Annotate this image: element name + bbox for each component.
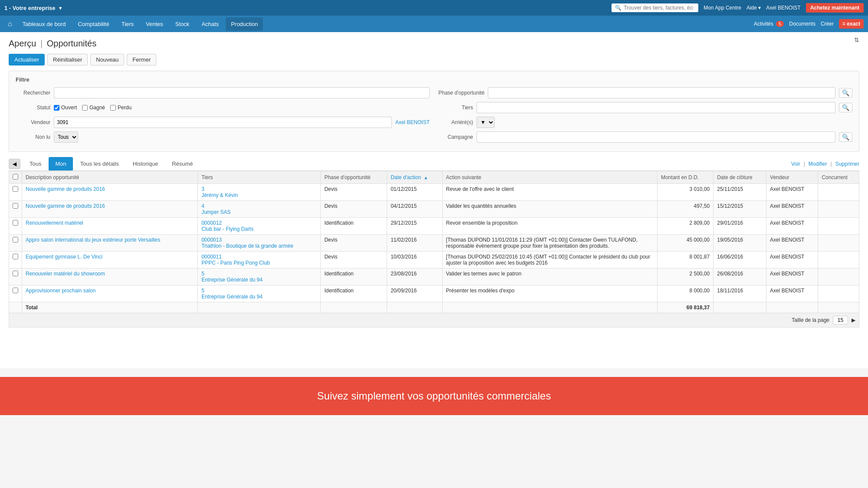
page-size-label: Taille de la page bbox=[792, 317, 829, 323]
tab-mon[interactable]: Mon bbox=[49, 157, 72, 170]
opportunities-table: Description opportunité Tiers Phase d'op… bbox=[9, 171, 859, 313]
reinitialiser-button[interactable]: Réinitialiser bbox=[47, 54, 88, 66]
aide-link[interactable]: Aide ▾ bbox=[746, 5, 761, 11]
nav-tableaux-de-bord[interactable]: Tableaux de bord bbox=[17, 17, 71, 31]
search-input[interactable] bbox=[624, 5, 693, 11]
statut-ouvert[interactable]: Ouvert bbox=[54, 105, 77, 111]
table-row: Approvisionner prochain salon 5 Entrepri… bbox=[9, 285, 859, 302]
voir-action[interactable]: Voir bbox=[791, 161, 800, 167]
vendeur-link[interactable]: Axel BENOIST bbox=[395, 119, 430, 125]
tiers-num-link[interactable]: 3 bbox=[201, 186, 204, 192]
col-date-action[interactable]: Date d'action ▲ bbox=[387, 171, 442, 184]
campagne-search-button[interactable]: 🔍 bbox=[839, 132, 852, 142]
activites-link[interactable]: Activités 5 bbox=[754, 21, 784, 27]
company-name[interactable]: 1 - Votre entreprise bbox=[4, 5, 56, 11]
vendeur-cell: Axel BENOIST bbox=[766, 201, 818, 218]
description-link[interactable]: Renouvellement matériel bbox=[26, 220, 83, 226]
mon-app-centre-link[interactable]: Mon App Centre bbox=[704, 5, 741, 11]
tab-resume[interactable]: Résumé bbox=[165, 157, 199, 170]
activites-badge: 5 bbox=[776, 21, 784, 27]
sort-options-icon[interactable]: ⇅ bbox=[854, 36, 859, 43]
select-all-checkbox[interactable] bbox=[13, 174, 18, 180]
rechercher-input[interactable] bbox=[54, 87, 430, 98]
vendeur-label: Vendeur bbox=[16, 119, 50, 125]
tab-collapse-button[interactable]: ◀ bbox=[9, 159, 20, 169]
documents-link[interactable]: Documents bbox=[789, 21, 815, 27]
arrieres-select[interactable]: ▼ bbox=[477, 117, 495, 128]
tiers-num-link[interactable]: 5 bbox=[201, 288, 204, 294]
search-box[interactable]: 🔍 bbox=[612, 3, 698, 12]
tiers-name-link[interactable]: Triathlon - Boutique de la grande armée bbox=[201, 243, 293, 249]
non-lu-label: Non lu bbox=[16, 134, 50, 140]
phase-cell: Devis bbox=[321, 252, 387, 269]
row-checkbox[interactable] bbox=[13, 220, 18, 226]
next-page-icon[interactable]: ▶ bbox=[852, 317, 855, 323]
tiers-name-link[interactable]: Jumper SAS bbox=[201, 209, 230, 215]
tiers-num-link[interactable]: 0000012 bbox=[201, 220, 222, 226]
phase-input[interactable] bbox=[488, 87, 835, 98]
tiers-num-link[interactable]: 4 bbox=[201, 203, 204, 209]
description-link[interactable]: Nouvelle gamme de produits 2016 bbox=[26, 186, 105, 192]
filter-title: Filtre bbox=[16, 76, 852, 83]
tab-tous-details[interactable]: Tous les détails bbox=[74, 157, 125, 170]
description-link[interactable]: Renouveler matériel du showroom bbox=[26, 271, 105, 277]
statut-perdu[interactable]: Perdu bbox=[110, 105, 132, 111]
tiers-name-link[interactable]: Club bar - Flying Darts bbox=[201, 226, 253, 232]
tab-historique[interactable]: Historique bbox=[126, 157, 165, 170]
tiers-name-link[interactable]: PPPC - Paris Ping Pong Club bbox=[201, 260, 270, 266]
statut-gagne[interactable]: Gagné bbox=[82, 105, 105, 111]
home-icon[interactable]: ⌂ bbox=[4, 20, 16, 28]
tiers-name-link[interactable]: Jérémy & Kévin bbox=[201, 192, 238, 198]
col-concurrent: Concurrent bbox=[818, 171, 859, 184]
phase-cell: Devis bbox=[321, 201, 387, 218]
page-content: Aperçu | Opportunités ⇅ Actualiser Réini… bbox=[0, 32, 868, 368]
campagne-input[interactable] bbox=[477, 131, 835, 143]
tab-tous[interactable]: Tous bbox=[23, 157, 48, 170]
row-checkbox[interactable] bbox=[13, 288, 18, 293]
tiers-name-link[interactable]: Entreprise Générale du 94 bbox=[201, 277, 263, 283]
fermer-button[interactable]: Fermer bbox=[127, 54, 156, 66]
tiers-num-link[interactable]: 0000013 bbox=[201, 237, 222, 243]
nav-production[interactable]: Production bbox=[226, 17, 263, 31]
date-cloture-cell: 25/11/2015 bbox=[713, 184, 766, 201]
tiers-num-link[interactable]: 0000011 bbox=[201, 254, 222, 260]
achetez-button[interactable]: Achetez maintenant bbox=[806, 3, 864, 13]
nav-stock[interactable]: Stock bbox=[170, 17, 195, 31]
actualiser-button[interactable]: Actualiser bbox=[9, 54, 45, 66]
row-checkbox[interactable] bbox=[13, 237, 18, 242]
phase-cell: Devis bbox=[321, 184, 387, 201]
non-lu-select[interactable]: Tous bbox=[54, 131, 78, 143]
row-checkbox[interactable] bbox=[13, 254, 18, 259]
nav-ventes[interactable]: Ventes bbox=[141, 17, 168, 31]
concurrent-cell bbox=[818, 201, 859, 218]
tiers-name-link[interactable]: Entreprise Générale du 94 bbox=[201, 294, 263, 300]
vendeur-input[interactable] bbox=[54, 117, 392, 128]
nav-tiers[interactable]: Tiers bbox=[116, 17, 139, 31]
row-checkbox[interactable] bbox=[13, 271, 18, 276]
rechercher-label: Rechercher bbox=[16, 90, 50, 96]
table-row: Nouvelle gamme de produits 2016 3 Jérémy… bbox=[9, 184, 859, 201]
user-name[interactable]: Axel BENOIST bbox=[766, 5, 800, 11]
description-link[interactable]: Equipement gymnase L. De Vinci bbox=[26, 254, 102, 260]
nav-achats[interactable]: Achats bbox=[196, 17, 224, 31]
description-link[interactable]: Appro salon international du jeux extéri… bbox=[26, 237, 160, 243]
tiers-num-link[interactable]: 5 bbox=[201, 271, 204, 277]
nouveau-button[interactable]: Nouveau bbox=[90, 54, 124, 66]
phase-cell: Identification bbox=[321, 285, 387, 302]
description-link[interactable]: Nouvelle gamme de produits 2016 bbox=[26, 203, 105, 209]
table-row: Nouvelle gamme de produits 2016 4 Jumper… bbox=[9, 201, 859, 218]
dropdown-icon[interactable]: ▾ bbox=[59, 5, 62, 11]
row-checkbox[interactable] bbox=[13, 186, 18, 192]
vendeur-cell: Axel BENOIST bbox=[766, 218, 818, 235]
creer-link[interactable]: Créer bbox=[821, 21, 834, 27]
modifier-action[interactable]: Modifier bbox=[809, 161, 827, 167]
tiers-search-button[interactable]: 🔍 bbox=[839, 103, 852, 112]
phase-search-button[interactable]: 🔍 bbox=[839, 88, 852, 98]
tiers-input[interactable] bbox=[477, 102, 835, 113]
row-checkbox[interactable] bbox=[13, 203, 18, 209]
page-size-input[interactable] bbox=[833, 316, 848, 324]
description-link[interactable]: Approvisionner prochain salon bbox=[26, 288, 95, 294]
date-action-cell: 11/02/2016 bbox=[387, 235, 442, 252]
supprimer-action[interactable]: Supprimer bbox=[835, 161, 859, 167]
nav-comptabilite[interactable]: Comptabilité bbox=[72, 17, 114, 31]
